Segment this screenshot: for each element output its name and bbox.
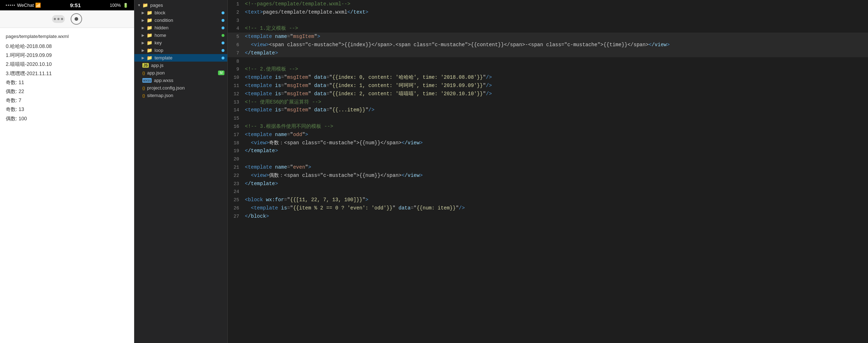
phone-status-bar: ••••• WeChat 📶 9:51 100% 🔋	[0, 0, 134, 10]
line-number: 13	[228, 99, 245, 106]
code-line: 23</template>	[228, 180, 868, 188]
line-number: 18	[228, 140, 245, 147]
line-number: 22	[228, 172, 245, 180]
phone-list-item: 1.呵呵呵-2019.09.09	[6, 51, 128, 60]
file-tree-item[interactable]: ▶📁block	[134, 9, 227, 16]
line-number: 4	[228, 25, 245, 33]
nav-dots-button[interactable]	[52, 15, 65, 23]
nav-record-button[interactable]	[71, 13, 82, 25]
code-line: 14<template is="msgItem" data="{{...item…	[228, 106, 868, 114]
wifi-icon: 📶	[35, 3, 41, 8]
code-line: 22 <view>偶数：<span class="c-mustache">{{n…	[228, 172, 868, 180]
line-number: 14	[228, 107, 245, 114]
phone-path: pages/template/template.wxml	[6, 34, 128, 39]
code-line: 8	[228, 57, 868, 66]
line-number: 10	[228, 74, 245, 82]
line-number: 3	[228, 17, 245, 25]
line-content: <!-- 1.定义模板 -->	[245, 24, 868, 32]
line-content	[245, 114, 868, 122]
line-content	[245, 57, 868, 65]
code-line: 4<!-- 1.定义模板 -->	[228, 24, 868, 33]
line-content	[245, 188, 868, 195]
line-number: 12	[228, 91, 245, 98]
line-number: 25	[228, 197, 245, 204]
file-tree-item[interactable]: ▶📁key	[134, 39, 227, 47]
line-content: <template is="msgItem" data="{{index: 1,…	[245, 82, 868, 90]
line-number: 1	[228, 1, 245, 8]
battery-icon: 🔋	[123, 3, 128, 8]
code-line: 26 <template is="{{item % 2 == 0 ? 'even…	[228, 204, 868, 212]
line-content: <template name="even">	[245, 163, 868, 171]
line-number: 2	[228, 9, 245, 16]
line-number: 23	[228, 180, 245, 188]
code-editor: 1<!--pages/template/template.wxml-->2<te…	[228, 0, 868, 343]
status-left: ••••• WeChat 📶	[6, 3, 41, 8]
line-number: 27	[228, 213, 245, 221]
code-line: 3	[228, 16, 868, 25]
line-content: </template>	[245, 180, 868, 188]
line-content: <!-- 2.使用模板 -->	[245, 65, 868, 73]
code-line: 25<block wx:for="{{[11, 22, 7, 13, 100]}…	[228, 196, 868, 204]
line-number: 7	[228, 50, 245, 57]
phone-simulator: ••••• WeChat 📶 9:51 100% 🔋 pages/templat…	[0, 0, 134, 343]
phone-list-item: 0.哈哈哈-2018.08.08	[6, 42, 128, 51]
status-right: 100% 🔋	[110, 3, 128, 8]
line-content	[245, 155, 868, 163]
line-content: <text>pages/template/template.wxml</text…	[245, 8, 868, 16]
code-line: 20	[228, 155, 868, 163]
code-line: 9<!-- 2.使用模板 -->	[228, 65, 868, 73]
code-line: 7</template>	[228, 49, 868, 57]
code-line: 24	[228, 188, 868, 196]
line-number: 20	[228, 156, 245, 163]
file-tree-item[interactable]: ▶📁loop	[134, 47, 227, 54]
code-line: 15	[228, 114, 868, 122]
file-tree-item[interactable]: ▶{}sitemap.json	[134, 92, 227, 99]
code-line: 6 <view><span class="c-mustache">{{index…	[228, 41, 868, 49]
file-tree-item[interactable]: ▶wxssapp.wxss	[134, 77, 227, 84]
code-line: 12<template is="msgItem" data="{{index: …	[228, 90, 868, 98]
battery-label: 100%	[110, 3, 121, 8]
line-number: 17	[228, 131, 245, 139]
phone-nav-bar	[0, 10, 134, 28]
file-tree-item[interactable]: ▶{}project.config.json	[134, 84, 227, 92]
file-tree-item[interactable]: ▶{}app.jsonM	[134, 69, 227, 77]
file-tree-item[interactable]: ▶📁template	[134, 54, 227, 62]
line-content: </template>	[245, 147, 868, 155]
file-tree-item[interactable]: ▶JSapp.js	[134, 62, 227, 69]
code-line: 5<template name="msgItem">	[228, 33, 868, 41]
line-number: 19	[228, 148, 245, 155]
code-line: 1<!--pages/template/template.wxml-->	[228, 0, 868, 8]
file-tree-item[interactable]: ▶📁home	[134, 32, 227, 39]
code-line: 11<template is="msgItem" data="{{index: …	[228, 82, 868, 90]
file-tree-item[interactable]: ▶📁hidden	[134, 24, 227, 32]
code-line: 17<template name="odd">	[228, 131, 868, 139]
code-line: 19</template>	[228, 147, 868, 155]
phone-list-item: 2.嘻嘻嘻-2020.10.10	[6, 60, 128, 69]
line-content: <view><span class="c-mustache">{{index}}…	[245, 41, 868, 49]
line-content: <!--pages/template/template.wxml-->	[245, 0, 868, 8]
carrier-label: WeChat	[17, 3, 34, 8]
line-content: <!-- 使用ES6的扩展运算符 -->	[245, 98, 868, 106]
line-number: 8	[228, 58, 245, 66]
file-tree-root[interactable]: ▼📁pages	[134, 1, 227, 9]
code-line: 10<template is="msgItem" data="{{index: …	[228, 73, 868, 82]
phone-list-item: 3.嘿嘿嘿-2021.11.11	[6, 69, 128, 78]
line-content: </template>	[245, 49, 868, 57]
line-content	[245, 16, 868, 24]
line-number: 5	[228, 33, 245, 41]
line-number: 11	[228, 82, 245, 90]
line-content: <template name="msgItem">	[245, 33, 868, 40]
line-number: 6	[228, 42, 245, 49]
phone-list-item: 奇数: 13	[6, 105, 128, 114]
code-line: 21<template name="even">	[228, 163, 868, 172]
phone-list-item: 偶数: 22	[6, 87, 128, 96]
signal-dots: •••••	[6, 3, 16, 7]
line-content: <template is="msgItem" data="{{index: 2,…	[245, 90, 868, 98]
code-line: 13<!-- 使用ES6的扩展运算符 -->	[228, 98, 868, 106]
code-line: 27</block>	[228, 212, 868, 221]
file-tree-item[interactable]: ▶📁condition	[134, 16, 227, 24]
line-content: <view>奇数：<span class="c-mustache">{{num}…	[245, 139, 868, 147]
line-number: 26	[228, 205, 245, 212]
line-number: 24	[228, 188, 245, 196]
line-content: <template is="msgItem" data="{{...item}}…	[245, 106, 868, 114]
